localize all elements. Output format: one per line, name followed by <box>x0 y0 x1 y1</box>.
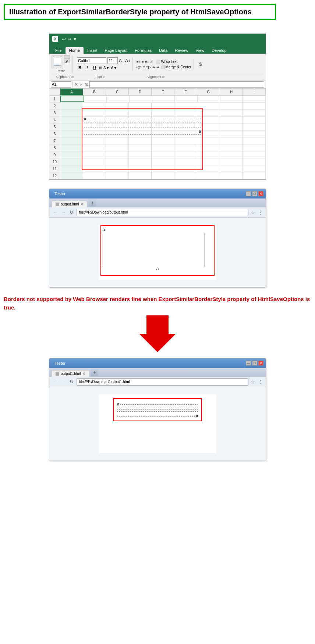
cell-I12[interactable] <box>243 172 266 179</box>
cell-I5[interactable] <box>243 124 266 130</box>
col-F[interactable]: F <box>174 89 197 95</box>
cancel-formula-icon[interactable]: ✕ <box>74 82 78 87</box>
cell-D5[interactable] <box>129 124 152 130</box>
cell-G1[interactable] <box>198 96 220 102</box>
cell-B1[interactable] <box>84 96 107 102</box>
cell-A12[interactable] <box>60 172 83 179</box>
cell-G3[interactable] <box>197 110 220 116</box>
browser2-menu-icon[interactable]: ⋮ <box>258 379 263 385</box>
cell-F2[interactable] <box>174 103 197 109</box>
cell-C9[interactable] <box>106 151 129 158</box>
cell-C4[interactable] <box>106 117 129 123</box>
cell-H4[interactable] <box>220 117 243 123</box>
cell-H6[interactable] <box>220 130 243 137</box>
decrease-font-icon[interactable]: A↓ <box>125 58 130 63</box>
cell-I2[interactable] <box>243 103 266 109</box>
tab-review[interactable]: Review <box>171 47 192 54</box>
browser2-tab[interactable]: output1.html ✕ <box>52 370 89 377</box>
col-I[interactable]: I <box>243 89 266 95</box>
browser2-forward-button[interactable]: → <box>60 379 66 384</box>
col-B[interactable]: B <box>83 89 106 95</box>
cell-H8[interactable] <box>220 144 243 151</box>
indent-increase-icon[interactable]: ⇒ <box>156 65 159 69</box>
tab-data[interactable]: Data <box>155 47 171 54</box>
indent-decrease-icon[interactable]: ⇐ <box>152 65 155 69</box>
col-C[interactable]: C <box>106 89 129 95</box>
cell-H2[interactable] <box>220 103 243 109</box>
cell-G5[interactable] <box>197 124 220 130</box>
cell-E4[interactable] <box>152 117 174 123</box>
cell-E2[interactable] <box>152 103 174 109</box>
cell-B10[interactable] <box>83 158 106 165</box>
cell-F11[interactable] <box>174 165 197 172</box>
tab-view[interactable]: View <box>192 47 208 54</box>
browser2-tab-close-icon[interactable]: ✕ <box>82 372 85 376</box>
browser1-url-bar[interactable]: file:///F:/Download/output.html <box>77 209 248 216</box>
align-left-icon[interactable]: ◁≡ <box>137 65 142 69</box>
browser2-close-button[interactable]: ✕ <box>258 361 263 366</box>
cell-F5[interactable] <box>174 124 197 130</box>
cell-G4[interactable] <box>197 117 220 123</box>
cell-B5[interactable] <box>83 124 106 130</box>
cell-F1[interactable] <box>175 96 198 102</box>
cell-C12[interactable] <box>106 172 129 179</box>
cell-B4[interactable] <box>83 117 106 123</box>
cell-A3[interactable] <box>60 110 83 116</box>
tab-insert[interactable]: Insert <box>84 47 101 54</box>
cell-I8[interactable] <box>243 144 266 151</box>
cell-E8[interactable] <box>152 144 174 151</box>
browser2-maximize-button[interactable]: □ <box>252 361 257 366</box>
align-bottom-icon[interactable]: ≡↓ <box>145 60 149 64</box>
cell-G12[interactable] <box>197 172 220 179</box>
maximize-button[interactable]: □ <box>252 191 257 196</box>
cell-B2[interactable] <box>83 103 106 109</box>
cell-B3[interactable] <box>83 110 106 116</box>
tab-formulas[interactable]: Formulas <box>131 47 155 54</box>
tab-page-layout[interactable]: Page Layout <box>101 47 131 54</box>
cell-D1[interactable] <box>130 96 152 102</box>
cell-C3[interactable] <box>106 110 129 116</box>
cell-I4[interactable] <box>243 117 266 123</box>
wrap-text-button[interactable]: ⬜ Wrap Text <box>154 59 179 64</box>
cell-B7[interactable] <box>83 137 106 144</box>
cell-F9[interactable] <box>174 151 197 158</box>
cell-E6[interactable] <box>152 130 174 137</box>
cell-G2[interactable] <box>197 103 220 109</box>
cell-F8[interactable] <box>174 144 197 151</box>
cell-I6[interactable] <box>243 130 266 137</box>
cell-G11[interactable] <box>197 165 220 172</box>
cell-A2[interactable] <box>60 103 83 109</box>
formula-input[interactable] <box>89 81 264 88</box>
browser1-tab[interactable]: output.html ✕ <box>52 201 87 207</box>
cell-G6[interactable] <box>197 130 220 137</box>
cell-D12[interactable] <box>129 172 152 179</box>
confirm-formula-icon[interactable]: ✓ <box>79 82 83 87</box>
cell-A8[interactable] <box>60 144 83 151</box>
cell-F10[interactable] <box>174 158 197 165</box>
italic-button[interactable]: I <box>84 65 90 71</box>
browser2-refresh-button[interactable]: ↻ <box>68 379 74 384</box>
cell-H9[interactable] <box>220 151 243 158</box>
cell-D11[interactable] <box>129 165 152 172</box>
cell-E9[interactable] <box>152 151 174 158</box>
insert-function-icon[interactable]: fx <box>85 82 88 87</box>
cell-C11[interactable] <box>106 165 129 172</box>
cell-H3[interactable] <box>220 110 243 116</box>
cell-D6[interactable] <box>129 130 152 137</box>
cell-C10[interactable] <box>106 158 129 165</box>
cell-D2[interactable] <box>129 103 152 109</box>
cell-H10[interactable] <box>220 158 243 165</box>
cell-E1[interactable] <box>152 96 175 102</box>
increase-font-icon[interactable]: A↑ <box>119 58 124 63</box>
align-right-icon[interactable]: ≡▷ <box>146 65 151 69</box>
cell-G7[interactable] <box>197 137 220 144</box>
align-middle-icon[interactable]: ≡ <box>142 60 144 64</box>
cell-I11[interactable] <box>243 165 266 172</box>
col-E[interactable]: E <box>152 89 174 95</box>
cell-F3[interactable] <box>174 110 197 116</box>
browser-menu-icon[interactable]: ⋮ <box>258 210 263 215</box>
cell-F4[interactable] <box>174 117 197 123</box>
browser1-new-tab-button[interactable]: + <box>89 199 96 207</box>
browser2-minimize-button[interactable]: — <box>246 361 251 366</box>
cell-H5[interactable] <box>220 124 243 130</box>
